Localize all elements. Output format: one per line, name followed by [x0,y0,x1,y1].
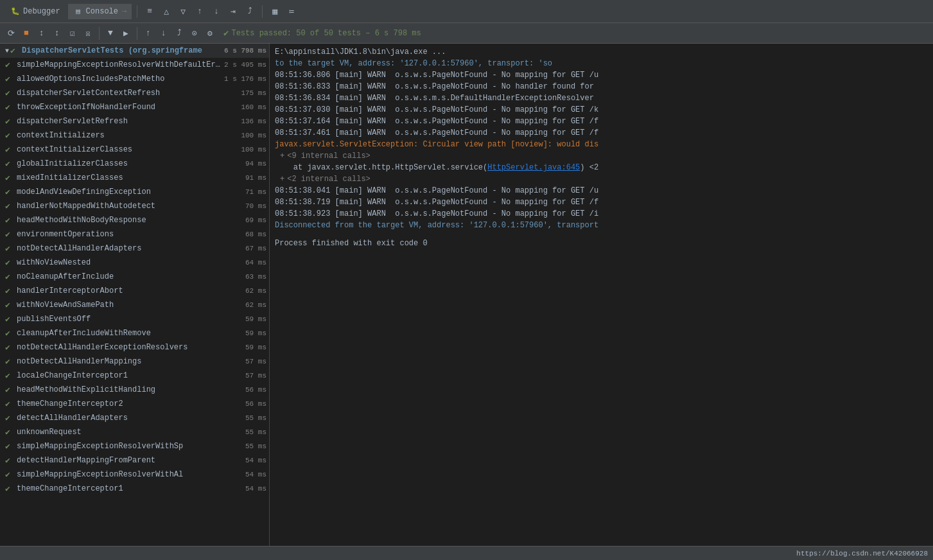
search-button[interactable]: ⊙ [187,26,202,40]
test-name: allowedOptionsIncludesPatchMetho [17,74,222,83]
test-time: 62 ms [231,287,266,295]
test-item[interactable]: ✔ simpleMappingExceptionResolverWithDefa… [0,58,269,72]
test-item[interactable]: ✔ headMethodWithExplicitHandling 56 ms [0,383,269,397]
collapse-all-button[interactable]: ▶ [119,26,133,40]
stack-link[interactable]: HttpServlet.java:645 [487,163,580,172]
test-item[interactable]: ✔ throwExceptionIfNoHandlerFound 160 ms [0,100,269,114]
test-item[interactable]: ✔ withNoViewNested 64 ms [0,256,269,270]
test-item[interactable]: ✔ modelAndViewDefiningException 71 ms [0,185,269,199]
test-item[interactable]: ✔ notDetectAllHandlerAdapters 67 ms [0,241,269,256]
test-name: publishEventsOff [17,315,229,324]
test-item[interactable]: ✔ globalInitializerClasses 94 ms [0,157,269,171]
expand-btn[interactable]: + [280,175,284,184]
console-line: 08:51:37.461 [main] WARN o.s.w.s.PageNot… [270,127,933,139]
test-time: 55 ms [231,414,266,422]
test-item[interactable]: ✔ contextInitializers 100 ms [0,128,269,143]
console-line: 08:51:38.923 [main] WARN o.s.w.s.PageNot… [270,208,933,220]
prev-button[interactable]: ↑ [141,26,155,40]
sort-az-button[interactable]: ↕ [35,26,49,40]
test-item[interactable]: ✔ detectHandlerMappingFromParent 54 ms [0,453,269,468]
test-item[interactable]: ✔ dispatcherServletRefresh 136 ms [0,114,269,128]
expand-btn[interactable]: + [280,152,284,161]
test-name: dispatcherServletContextRefresh [17,89,229,98]
test-item[interactable]: ✔ themeChangeInterceptor2 56 ms [0,397,269,411]
test-check-icon: ✔ [5,342,14,353]
sort-duration-button[interactable]: ↕ [50,26,64,40]
test-item[interactable]: ✔ unknownRequest 55 ms [0,425,269,439]
settings-button[interactable]: ⚙ [203,26,217,40]
test-name: unknownRequest [17,428,229,437]
test-item[interactable]: ✔ contextInitializerClasses 100 ms [0,143,269,157]
menu-button[interactable]: ≡ [143,4,157,19]
down-button[interactable]: ▽ [176,4,190,19]
test-item[interactable]: ✔ headMethodWithNoBodyResponse 69 ms [0,213,269,227]
suite-check-icon: ✔ [10,46,19,56]
test-check-icon: ✔ [5,116,14,127]
test-name: cleanupAfterIncludeWithRemove [17,329,229,338]
test-item[interactable]: ✔ allowedOptionsIncludesPatchMetho 1 s 1… [0,72,269,86]
console-line: E:\appinstall\JDK1.8\bin\java.exe ... [270,46,933,58]
test-time: 59 ms [231,315,266,323]
console-line: to the target VM, address: '127.0.0.1:57… [270,58,933,69]
test-item[interactable]: ✔ cleanupAfterIncludeWithRemove 59 ms [0,326,269,340]
smart-step-button[interactable]: ⤴ [243,4,257,19]
test-item[interactable]: ✔ notDetectAllHandlerExceptionResolvers … [0,340,269,354]
test-time: 64 ms [231,259,266,267]
step-into-button[interactable]: ↓ [209,4,223,19]
test-time: 59 ms [231,329,266,337]
test-time: 160 ms [231,103,266,111]
test-suite-header[interactable]: ▼ ✔ DispatcherServletTests (org.springfr… [0,44,269,58]
debugger-tab[interactable]: 🐛 Debugger [5,4,65,19]
frames-button[interactable]: ▦ [268,4,282,19]
test-item[interactable]: ✔ localeChangeInterceptor1 57 ms [0,369,269,383]
filter-passed-button[interactable]: ☑ [65,26,80,40]
console-tab[interactable]: ▤ Console → [68,4,132,19]
test-check-icon: ✔ [5,159,14,169]
test-item[interactable]: ✔ publishEventsOff 59 ms [0,312,269,326]
test-item[interactable]: ✔ noCleanupAfterInclude 63 ms [0,270,269,284]
console-line [270,231,933,238]
test-check-icon: ✔ [5,328,14,338]
test-item[interactable]: ✔ simpleMappingExceptionResolverWithAl 5… [0,468,269,482]
test-name: withNoViewAndSamePath [17,301,229,310]
test-item[interactable]: ✔ withNoViewAndSamePath 62 ms [0,298,269,312]
test-check-icon: ✔ [5,469,14,480]
test-time: 68 ms [231,231,266,238]
status-url: https://blog.csdn.net/K42066928 [796,550,928,557]
test-item[interactable]: ✔ themeChangeInterceptor1 54 ms [0,482,269,496]
test-name: noCleanupAfterInclude [17,272,229,281]
step-over-button[interactable]: ↑ [193,4,207,19]
next-button[interactable]: ↓ [157,26,171,40]
test-item[interactable]: ✔ environmentOperations 68 ms [0,227,269,241]
test-check-icon: ✔ [5,102,14,112]
expand-all-button[interactable]: ▼ [103,26,118,40]
test-item[interactable]: ✔ detectAllHandlerAdapters 55 ms [0,411,269,425]
force-step-button[interactable]: ⇥ [226,4,240,19]
console-arrow: → [122,7,126,16]
test-item[interactable]: ✔ simpleMappingExceptionResolverWithSp 5… [0,439,269,453]
console-line: 08:51:36.806 [main] WARN o.s.w.s.PageNot… [270,69,933,81]
test-check-icon: ✔ [5,413,14,423]
test-item[interactable]: ✔ mixedInitializerClasses 91 ms [0,171,269,185]
filter-failed-button[interactable]: ☒ [81,26,95,40]
test-time: 55 ms [231,428,266,436]
test-item[interactable]: ✔ handlerNotMappedWithAutodetect 70 ms [0,199,269,213]
test-name: detectAllHandlerAdapters [17,414,229,423]
test-check-icon: ✔ [5,300,14,310]
test-time: 100 ms [231,132,266,139]
variables-button[interactable]: ≔ [284,4,299,19]
main-content: ▼ ✔ DispatcherServletTests (org.springfr… [0,44,933,546]
test-check-icon: ✔ [5,243,14,254]
divider-3 [99,27,100,40]
up-button[interactable]: △ [159,4,173,19]
rerun-button[interactable]: ⟳ [4,26,18,40]
test-item[interactable]: ✔ handlerInterceptorAbort 62 ms [0,284,269,298]
test-check-icon: ✔ [5,286,14,296]
stop-button[interactable]: ■ [19,26,33,40]
test-item[interactable]: ✔ dispatcherServletContextRefresh 175 ms [0,86,269,100]
console-line: 08:51:38.041 [main] WARN o.s.w.s.PageNot… [270,185,933,197]
console-panel: E:\appinstall\JDK1.8\bin\java.exe ...to … [270,44,933,546]
test-check-icon: ✔ [5,215,14,225]
export-button[interactable]: ⤴ [172,26,186,40]
test-item[interactable]: ✔ notDetectAllHandlerMappings 57 ms [0,354,269,369]
